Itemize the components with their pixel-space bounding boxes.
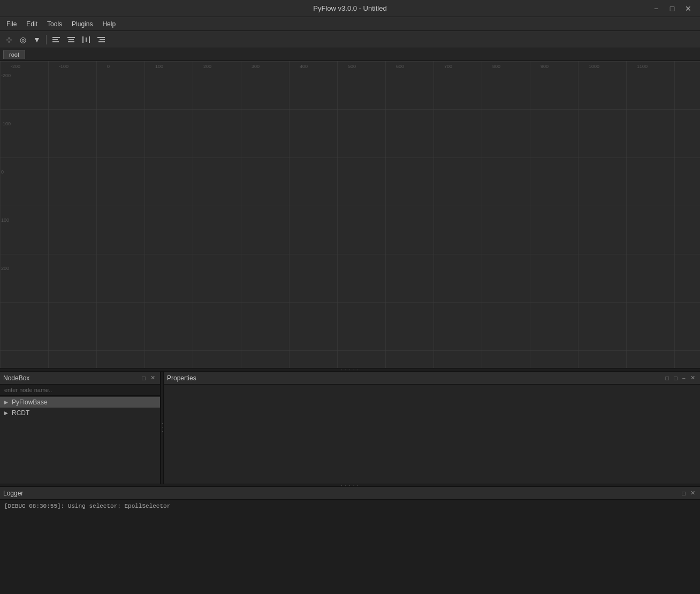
nodebox-list: ▶ PyFlowBase ▶ RCDT [0,396,160,484]
logger-content: [DEBUG 08:30:55]: Using selector: EpollS… [0,500,700,594]
svg-rect-13 [0,61,700,368]
svg-text:-200: -200 [1,73,11,78]
svg-rect-9 [97,37,105,38]
toolbar-separator-1 [46,35,47,44]
svg-text:300: 300 [252,64,260,69]
logger-close-button[interactable]: ✕ [689,489,697,497]
svg-rect-1 [52,39,58,40]
canvas-area[interactable]: -200 -100 0 100 200 300 400 500 600 700 … [0,61,700,368]
svg-rect-10 [100,39,105,40]
svg-rect-8 [89,36,90,43]
nodebox-item-label-2: RCDT [12,409,29,417]
properties-header: Properties □ □ − ✕ [164,372,700,385]
svg-rect-0 [52,37,60,38]
svg-rect-6 [82,36,83,43]
svg-text:-200: -200 [11,64,20,69]
svg-text:0: 0 [1,169,4,175]
properties-close-button[interactable]: ✕ [689,374,697,382]
nodebox-item-label: PyFlowBase [12,398,48,406]
svg-rect-3 [67,37,75,38]
drag-mode-button[interactable]: ⊹ [3,33,15,46]
properties-minimize-button[interactable]: − [681,374,687,382]
menu-edit[interactable]: Edit [22,19,42,29]
nodebox-undock-button[interactable]: □ [140,374,147,382]
tree-arrow-icon-2: ▶ [4,410,10,416]
svg-text:400: 400 [300,64,308,69]
nodebox-item-pyflowbase[interactable]: ▶ PyFlowBase [0,397,160,408]
nodebox-close-button[interactable]: ✕ [149,374,157,382]
svg-text:0: 0 [107,64,110,69]
menu-tools[interactable]: Tools [43,19,66,29]
properties-title: Properties [167,374,196,382]
properties-maximize-button[interactable]: □ [672,374,679,382]
svg-text:-100: -100 [1,121,11,126]
svg-text:900: 900 [541,64,549,69]
main-layout: -200 -100 0 100 200 300 400 500 600 700 … [0,61,700,594]
svg-text:200: 200 [1,266,9,271]
svg-rect-5 [68,41,74,42]
logger-section: Logger □ ✕ [DEBUG 08:30:55]: Using selec… [0,487,700,594]
properties-panel: Properties □ □ − ✕ [164,372,700,484]
breadcrumb-root[interactable]: root [3,50,25,59]
window-title: PyFlow v3.0.0 - Untitled [313,4,386,12]
svg-text:800: 800 [492,64,500,69]
svg-rect-7 [86,37,87,42]
canvas-grid: -200 -100 0 100 200 300 400 500 600 700 … [0,61,700,368]
nodebox-search-input[interactable] [0,385,160,396]
minimize-button[interactable]: − [649,2,664,15]
close-button[interactable]: ✕ [681,2,696,15]
align-center-button[interactable] [65,33,78,46]
logger-title: Logger [3,490,23,497]
window-controls: − □ ✕ [649,0,696,17]
menu-help[interactable]: Help [98,19,120,29]
svg-text:100: 100 [1,217,9,223]
svg-text:700: 700 [444,64,452,69]
nodebox-header: NodeBox □ ✕ [0,372,160,385]
title-bar: PyFlow v3.0.0 - Untitled − □ ✕ [0,0,700,17]
breadcrumb-bar: root [0,48,700,61]
nodebox-item-rcdt[interactable]: ▶ RCDT [0,408,160,418]
camera-button[interactable]: ◎ [17,33,29,46]
menu-plugins[interactable]: Plugins [67,19,97,29]
nodebox-controls: □ ✕ [140,374,157,382]
svg-rect-2 [52,41,59,42]
logger-undock-button[interactable]: □ [680,489,687,497]
nodebox-panel: NodeBox □ ✕ ▶ PyFlowBase ▶ RCDT [0,372,161,484]
log-line-1: [DEBUG 08:30:55]: Using selector: EpollS… [4,503,696,509]
svg-text:500: 500 [348,64,356,69]
bottom-section: NodeBox □ ✕ ▶ PyFlowBase ▶ RCDT · · [0,371,700,484]
svg-text:1100: 1100 [637,64,648,69]
svg-text:1000: 1000 [589,64,599,69]
svg-text:100: 100 [155,64,163,69]
align-spread-button[interactable] [80,33,93,46]
tree-arrow-icon: ▶ [4,400,10,405]
logger-header: Logger □ ✕ [0,487,700,500]
nodebox-title: NodeBox [3,374,29,382]
align-left-button[interactable] [50,33,63,46]
menu-file[interactable]: File [2,19,21,29]
menu-bar: File Edit Tools Plugins Help [0,17,700,31]
align-right-button[interactable] [95,33,108,46]
maximize-button[interactable]: □ [665,2,680,15]
svg-rect-4 [69,39,74,40]
svg-text:-100: -100 [59,64,69,69]
dropdown-button[interactable]: ▼ [31,33,43,46]
logger-controls: □ ✕ [680,489,697,497]
toolbar: ⊹ ◎ ▼ [0,31,700,48]
svg-text:200: 200 [203,64,211,69]
properties-undock-button[interactable]: □ [664,374,671,382]
svg-rect-11 [98,41,105,42]
svg-text:600: 600 [396,64,404,69]
properties-controls: □ □ − ✕ [664,374,697,382]
